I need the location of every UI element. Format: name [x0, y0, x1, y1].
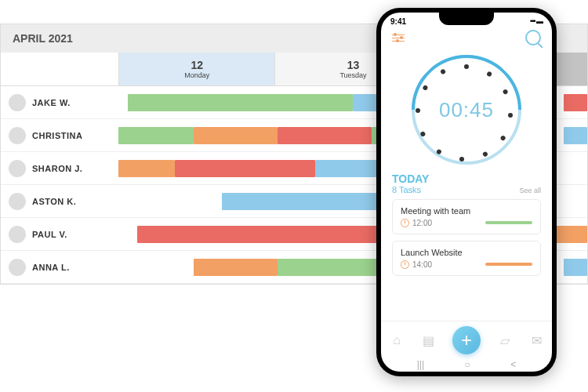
person-cell[interactable]: JAKE W.: [1, 94, 118, 111]
avatar: [9, 193, 26, 210]
mail-icon[interactable]: ✉: [529, 333, 543, 347]
avatar: [9, 94, 26, 111]
person-cell[interactable]: ANNA L.: [1, 259, 118, 276]
person-cell[interactable]: PAUL V.: [1, 226, 118, 243]
avatar: [9, 226, 26, 243]
search-icon[interactable]: [525, 30, 541, 45]
folder-icon[interactable]: ▱: [498, 333, 512, 347]
timer-dial[interactable]: 00:45: [412, 55, 521, 165]
avatar: [9, 127, 26, 144]
avatar: [9, 160, 26, 177]
task-count: 8 Tasks: [392, 185, 429, 194]
clock-icon: [401, 219, 409, 227]
today-label: TODAY: [392, 172, 429, 185]
list-icon[interactable]: ▤: [421, 333, 435, 347]
android-home[interactable]: ○: [465, 359, 470, 370]
phone-mockup: 9:41 ••• ▬ 00:45 TODAY 8 Tasks See all M…: [376, 8, 557, 376]
person-cell[interactable]: ASTON K.: [1, 193, 118, 210]
add-button[interactable]: +: [452, 326, 481, 354]
home-icon[interactable]: ⌂: [390, 333, 404, 347]
person-cell[interactable]: SHARON J.: [1, 160, 118, 177]
person-cell[interactable]: CHRISTINA: [1, 127, 118, 144]
filter-icon[interactable]: [392, 34, 405, 42]
progress-bar: [485, 263, 532, 266]
task-card[interactable]: Meeting with team 12:00: [392, 199, 541, 234]
see-all-link[interactable]: See all: [519, 187, 541, 194]
android-back[interactable]: |||: [417, 359, 424, 370]
progress-bar: [485, 221, 532, 224]
task-card[interactable]: Launch Website 14:00: [392, 241, 541, 276]
day-monday[interactable]: 12Monday: [118, 53, 274, 85]
bottom-nav: ⌂ ▤ + ▱ ✉: [381, 321, 552, 356]
clock-icon: [401, 260, 409, 269]
avatar: [9, 259, 26, 276]
android-recent[interactable]: <: [510, 359, 516, 370]
